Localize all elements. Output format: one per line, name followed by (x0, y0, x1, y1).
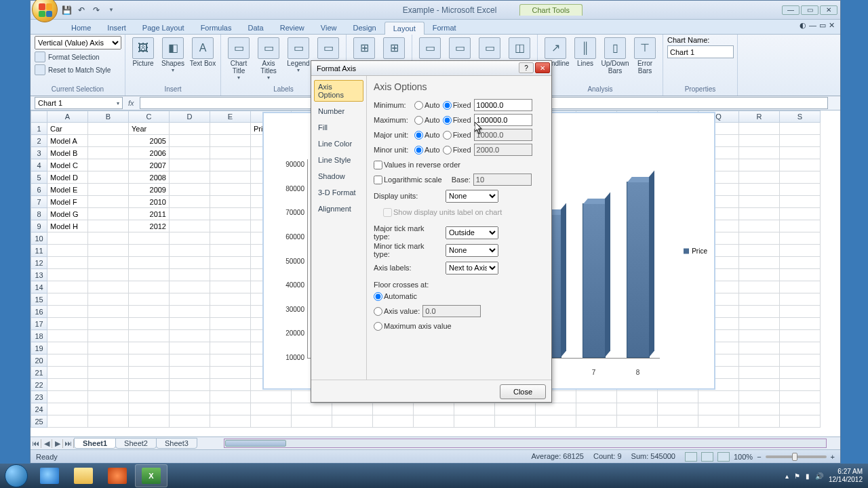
tray-network-icon[interactable]: ▮ (806, 472, 810, 480)
sheet-nav-prev[interactable]: ◀ (41, 439, 52, 448)
restore-workbook-icon[interactable]: ▭ (819, 21, 826, 30)
tab-page-layout[interactable]: Page Layout (134, 22, 193, 34)
max-fixed-radio[interactable]: Fixed (443, 116, 471, 125)
sidebar-item-fill[interactable]: Fill (314, 121, 363, 134)
taskbar-media-player[interactable] (101, 464, 134, 487)
sidebar-item-axis-options[interactable]: Axis Options (314, 80, 363, 102)
tab-home[interactable]: Home (63, 22, 99, 34)
chart-floor-button[interactable]: ▭ (476, 36, 503, 59)
legend-button[interactable]: ▭Legend▾ (285, 36, 312, 74)
tab-review[interactable]: Review (272, 22, 313, 34)
name-box[interactable]: Chart 1▾ (35, 97, 123, 109)
zoom-percent[interactable]: 100% (734, 453, 753, 461)
major-auto-radio[interactable]: Auto (414, 131, 440, 140)
min-fixed-radio[interactable]: Fixed (443, 101, 471, 110)
base-input[interactable] (473, 174, 532, 186)
sidebar-item-shadow[interactable]: Shadow (314, 169, 363, 183)
tray-volume-icon[interactable]: 🔊 (815, 472, 823, 480)
chart-name-input[interactable] (667, 45, 734, 58)
major-fixed-radio[interactable]: Fixed (443, 131, 471, 140)
fx-icon[interactable]: fx (128, 99, 134, 107)
sheet-nav-last[interactable]: ⏭ (63, 439, 74, 448)
sidebar-item-3d-format[interactable]: 3-D Format (314, 186, 363, 199)
sheet-nav-next[interactable]: ▶ (52, 439, 63, 448)
tray-clock[interactable]: 6:27 AM 12/14/2012 (829, 468, 863, 484)
dialog-help-button[interactable]: ? (519, 62, 534, 73)
dialog-title-bar[interactable]: Format Axis ? ✕ (311, 61, 551, 76)
show-units-label-checkbox[interactable]: Show display units label on chart (383, 208, 502, 217)
shapes-button[interactable]: ◧Shapes▾ (159, 36, 186, 74)
tab-insert[interactable]: Insert (99, 22, 134, 34)
tab-formulas[interactable]: Formulas (193, 22, 240, 34)
minor-input[interactable] (474, 144, 532, 156)
sidebar-item-alignment[interactable]: Alignment (314, 202, 363, 216)
error-bars-button[interactable]: ⊤Error Bars (631, 36, 658, 75)
minor-auto-radio[interactable]: Auto (414, 146, 440, 155)
close-button[interactable]: ✕ (820, 5, 837, 15)
sheet-tab-2[interactable]: Sheet2 (115, 438, 157, 449)
floor-automatic-radio[interactable]: Automatic (374, 292, 417, 301)
reverse-order-checkbox[interactable]: Values in reverse order (374, 161, 460, 169)
close-button[interactable]: Close (500, 384, 546, 399)
tab-layout[interactable]: Layout (384, 22, 425, 35)
major-tick-select[interactable]: Outside (446, 226, 498, 239)
tab-design[interactable]: Design (344, 22, 384, 34)
sidebar-item-number[interactable]: Number (314, 104, 363, 118)
horizontal-scrollbar[interactable] (224, 439, 827, 448)
minor-tick-select[interactable]: None (446, 244, 498, 257)
zoom-slider[interactable] (766, 455, 827, 458)
maximize-button[interactable]: ▭ (801, 5, 818, 15)
sheet-tab-3[interactable]: Sheet3 (156, 438, 197, 449)
min-input[interactable] (474, 99, 532, 111)
updown-bars-button[interactable]: ▯Up/Down Bars (601, 36, 629, 75)
taskbar-excel[interactable]: X (135, 464, 167, 487)
close-workbook-icon[interactable]: ✕ (829, 21, 835, 30)
sheet-tab-1[interactable]: Sheet1 (74, 438, 116, 449)
chart-title-button[interactable]: ▭Chart Title▾ (225, 36, 252, 81)
format-selection-button[interactable]: Format Selection (35, 51, 111, 63)
3d-rotation-button[interactable]: ◫ (506, 36, 533, 59)
sheet-nav-first[interactable]: ⏮ (31, 439, 41, 448)
display-units-select[interactable]: None (446, 190, 498, 203)
help-icon[interactable]: ◐ (800, 21, 806, 30)
picture-button[interactable]: 🖼Picture (130, 36, 157, 67)
chart-element-dropdown[interactable]: Vertical (Value) Axis (35, 36, 121, 49)
zoom-in-button[interactable]: + (831, 453, 835, 461)
text-box-button[interactable]: AText Box (189, 36, 216, 67)
tab-data[interactable]: Data (239, 22, 271, 34)
tray-flag-icon[interactable]: ⚑ (794, 472, 800, 480)
redo-icon[interactable]: ↷ (90, 4, 102, 16)
min-auto-radio[interactable]: Auto (414, 101, 440, 110)
save-icon[interactable]: 💾 (60, 4, 73, 16)
gridlines-button[interactable]: ⊞ (380, 36, 408, 59)
axis-titles-button[interactable]: ▭Axis Titles▾ (255, 36, 282, 81)
reset-to-match-style-button[interactable]: Reset to Match Style (35, 64, 111, 76)
sidebar-item-line-color[interactable]: Line Color (314, 137, 363, 150)
minimize-button[interactable]: — (782, 5, 800, 15)
sidebar-item-line-style[interactable]: Line Style (314, 153, 363, 167)
lines-button[interactable]: ║Lines (572, 36, 599, 67)
minor-fixed-radio[interactable]: Fixed (443, 146, 471, 155)
floor-axis-value-input[interactable] (422, 305, 481, 317)
taskbar-ie[interactable] (33, 464, 66, 487)
zoom-out-button[interactable]: − (757, 453, 761, 461)
tray-show-hidden-icon[interactable]: ▴ (785, 472, 789, 480)
chart-wall-button[interactable]: ▭ (446, 36, 473, 59)
tab-format[interactable]: Format (425, 22, 465, 34)
taskbar-explorer[interactable] (67, 464, 100, 487)
max-auto-radio[interactable]: Auto (414, 116, 440, 125)
view-page-layout-button[interactable] (701, 452, 713, 462)
view-normal-button[interactable] (685, 452, 697, 462)
view-page-break-button[interactable] (717, 452, 730, 462)
log-scale-checkbox[interactable]: Logarithmic scale (374, 176, 442, 184)
start-button[interactable] (0, 464, 33, 488)
tab-view[interactable]: View (313, 22, 345, 34)
axes-button[interactable]: ⊞ (351, 36, 378, 59)
dialog-close-button[interactable]: ✕ (535, 62, 550, 73)
floor-maximum-radio[interactable]: Maximum axis value (374, 322, 452, 331)
plot-area-button[interactable]: ▭ (416, 36, 443, 59)
axis-labels-select[interactable]: Next to Axis (446, 262, 498, 274)
floor-axis-value-radio[interactable]: Axis value: (374, 307, 420, 316)
minimize-ribbon-icon[interactable]: — (809, 21, 816, 30)
undo-icon[interactable]: ↶ (75, 4, 87, 16)
